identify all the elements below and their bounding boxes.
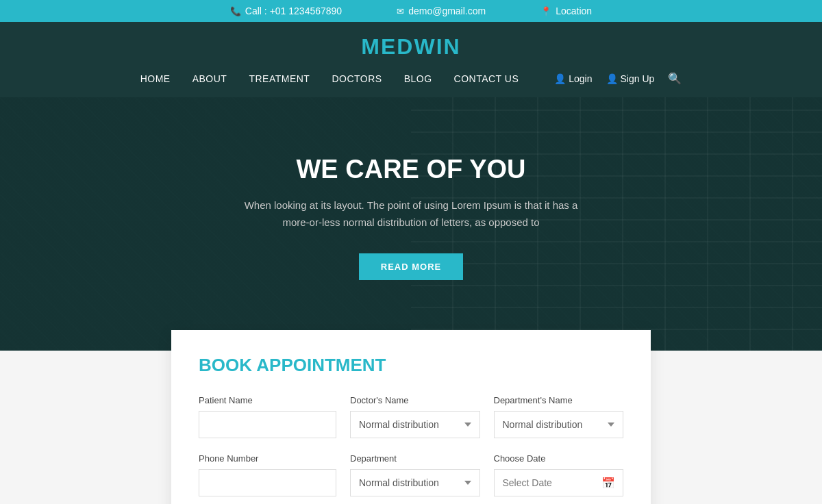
nav-home[interactable]: HOME [140, 73, 171, 84]
email-icon: ✉ [397, 6, 404, 16]
top-bar: 📞 Call : +01 1234567890 ✉ demo@gmail.com… [0, 0, 822, 22]
login-button[interactable]: 👤 Login [554, 73, 592, 84]
doctors-name-group: Doctor's Name Normal distribution Option… [350, 395, 480, 438]
nav-about[interactable]: ABOUT [192, 73, 227, 84]
department-group: Department Normal distribution Option 2 [350, 453, 480, 496]
email-text: demo@gmail.com [408, 5, 486, 16]
search-icon[interactable]: 🔍 [668, 72, 682, 85]
phone-group: Phone Number [199, 453, 336, 496]
signup-button[interactable]: 👤 Sign Up [606, 73, 655, 84]
nav-contact[interactable]: CONTACT US [454, 73, 519, 84]
form-row-2: Phone Number Department Normal distribut… [199, 453, 623, 496]
department-name-group: Department's Name Normal distribution Op… [494, 395, 624, 438]
nav-treatment[interactable]: TREATMENT [249, 73, 310, 84]
appointment-title-plain: BOOK [199, 355, 256, 375]
nav-auth: 👤 Login 👤 Sign Up 🔍 [554, 72, 682, 85]
patient-name-label: Patient Name [199, 395, 336, 405]
user-plus-icon: 👤 [606, 73, 618, 84]
logo[interactable]: MEDWIN [361, 34, 460, 60]
department-name-label: Department's Name [494, 395, 624, 405]
doctors-name-label: Doctor's Name [350, 395, 480, 405]
nav-blog[interactable]: BLOG [404, 73, 432, 84]
date-input[interactable] [494, 469, 624, 496]
location-info: 📍 Location [540, 5, 592, 16]
department-select[interactable]: Normal distribution Option 2 [350, 469, 480, 496]
appointment-title-accent: APPOINTMENT [256, 355, 386, 375]
read-more-button[interactable]: READ MORE [359, 253, 463, 280]
doctors-name-select[interactable]: Normal distribution Option 2 [350, 411, 480, 438]
phone-icon: 📞 [230, 6, 241, 16]
user-icon: 👤 [554, 73, 566, 84]
patient-name-input[interactable] [199, 411, 336, 438]
header: MEDWIN HOME ABOUT TREATMENT DOCTORS BLOG… [0, 22, 822, 97]
location-icon: 📍 [540, 6, 551, 16]
phone-text: Call : +01 1234567890 [245, 5, 342, 16]
hero-section: WE CARE OF YOU When looking at its layou… [0, 97, 822, 351]
hero-title: WE CARE OF YOU [297, 155, 526, 184]
form-row-1: Patient Name Doctor's Name Normal distri… [199, 395, 623, 438]
patient-name-group: Patient Name [199, 395, 336, 438]
phone-info: 📞 Call : +01 1234567890 [230, 5, 342, 16]
appointment-title: BOOK APPOINTMENT [199, 355, 623, 376]
location-text: Location [556, 5, 592, 16]
appointment-section: BOOK APPOINTMENT Patient Name Doctor's N… [171, 330, 651, 504]
main-nav: HOME ABOUT TREATMENT DOCTORS BLOG CONTAC… [140, 72, 682, 85]
phone-label: Phone Number [199, 453, 336, 464]
phone-input[interactable] [199, 469, 336, 496]
department-name-select[interactable]: Normal distribution Option 2 [494, 411, 624, 438]
nav-doctors[interactable]: DOCTORS [332, 73, 382, 84]
department-label: Department [350, 453, 480, 464]
date-label: Choose Date [494, 453, 624, 464]
email-info: ✉ demo@gmail.com [397, 5, 486, 16]
hero-subtitle: When looking at its layout. The point of… [240, 197, 582, 231]
date-group: Choose Date 📅 [494, 453, 624, 496]
date-input-wrapper: 📅 [494, 469, 624, 496]
